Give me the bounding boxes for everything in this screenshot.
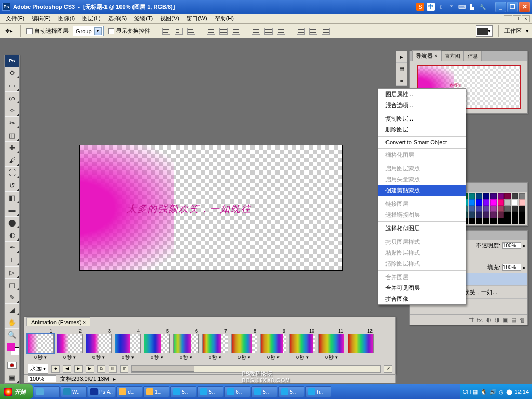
animation-frame[interactable]: 50 秒 ▾ bbox=[144, 328, 170, 361]
taskbar-button[interactable]: h.. bbox=[305, 386, 331, 397]
weather-icon[interactable]: ° bbox=[447, 3, 456, 11]
menu-file[interactable]: 文件(F) bbox=[2, 14, 28, 23]
marquee-tool[interactable]: ▭ bbox=[5, 79, 19, 91]
swatch[interactable] bbox=[498, 218, 504, 224]
distribute-4-icon[interactable] bbox=[297, 28, 305, 35]
swatch[interactable] bbox=[504, 193, 511, 200]
menu-view[interactable]: 视图(V) bbox=[156, 14, 183, 23]
taskbar-button[interactable]: 5.. bbox=[278, 386, 304, 397]
blur-tool[interactable]: ⬤ bbox=[5, 216, 19, 229]
animation-frame[interactable]: 40 秒 ▾ bbox=[115, 328, 141, 361]
animation-frame[interactable]: 20 秒 ▾ bbox=[57, 328, 83, 361]
link-icon[interactable]: ⮆ bbox=[468, 317, 474, 323]
shape-tool[interactable]: ▢ bbox=[5, 278, 19, 291]
context-menu-item[interactable]: 图层属性... bbox=[378, 89, 466, 100]
menu-window[interactable]: 窗口(W) bbox=[183, 14, 211, 23]
swatch[interactable] bbox=[504, 206, 511, 212]
tray-icon[interactable]: 🐧 bbox=[480, 389, 487, 395]
pen-tool[interactable]: ✒ bbox=[5, 241, 19, 254]
distribute-3-icon[interactable] bbox=[277, 28, 285, 35]
menu-help[interactable]: 帮助(H) bbox=[211, 14, 237, 23]
swatch[interactable] bbox=[512, 212, 518, 218]
context-menu-item[interactable]: 合并可见图层 bbox=[378, 283, 466, 294]
swatch[interactable] bbox=[498, 193, 504, 200]
distribute-6-icon[interactable] bbox=[322, 28, 330, 35]
menu-edit[interactable]: 编辑(E) bbox=[28, 14, 55, 23]
first-frame-button[interactable]: ⏮ bbox=[51, 365, 60, 373]
swatch[interactable] bbox=[483, 212, 489, 218]
swatch[interactable] bbox=[519, 218, 525, 224]
swatch[interactable] bbox=[469, 218, 475, 224]
sogou-icon[interactable]: S bbox=[416, 3, 424, 11]
eyedropper-tool[interactable]: ◢ bbox=[5, 303, 19, 316]
swatch[interactable] bbox=[476, 206, 482, 212]
loop-select[interactable]: 永远 ▾ bbox=[28, 364, 48, 374]
brush-tool[interactable]: 🖌 bbox=[5, 154, 19, 166]
animation-frame[interactable]: 70 秒 ▾ bbox=[202, 328, 228, 361]
tab-close-icon[interactable]: × bbox=[434, 52, 437, 59]
taskbar-button[interactable]: W.. bbox=[61, 386, 87, 397]
swatch[interactable] bbox=[476, 212, 482, 218]
hand-tool[interactable]: ✋ bbox=[5, 316, 19, 328]
collapsed-panel-icon[interactable]: ▤ bbox=[396, 63, 407, 74]
swatch[interactable] bbox=[483, 193, 489, 200]
context-menu-item[interactable]: 混合选项... bbox=[378, 100, 466, 111]
eraser-tool[interactable]: ◧ bbox=[5, 191, 19, 204]
animation-frame[interactable]: 60 秒 ▾ bbox=[173, 328, 199, 361]
swatch[interactable] bbox=[512, 193, 518, 200]
tween-button[interactable]: ⧉ bbox=[97, 365, 105, 373]
taskbar-button[interactable]: 5.. bbox=[197, 386, 223, 397]
swatch[interactable] bbox=[490, 206, 497, 212]
ime-indicator[interactable]: CH bbox=[463, 389, 471, 395]
lasso-tool[interactable]: ᔕ bbox=[5, 91, 19, 104]
align-hcenter-icon[interactable] bbox=[219, 28, 228, 35]
notes-tool[interactable]: ✎ bbox=[5, 291, 19, 303]
swatch[interactable] bbox=[476, 218, 482, 224]
zoom-tool[interactable]: 🔍 bbox=[5, 328, 19, 341]
quickmask-toggle[interactable] bbox=[5, 360, 19, 371]
taskbar-button[interactable] bbox=[34, 386, 60, 397]
move-tool[interactable]: ✥ bbox=[5, 66, 19, 79]
collapsed-panel-icon[interactable]: ≡ bbox=[396, 74, 407, 86]
swatch[interactable] bbox=[490, 193, 497, 200]
context-menu-item[interactable]: 拼合图像 bbox=[378, 294, 466, 304]
show-transform-checkbox[interactable]: 显示变换控件 bbox=[108, 27, 150, 35]
taskbar-button[interactable]: Ps A.. bbox=[88, 386, 115, 397]
mdi-close[interactable]: × bbox=[522, 15, 530, 22]
swatch[interactable] bbox=[490, 200, 497, 206]
distribute-1-icon[interactable] bbox=[252, 28, 260, 35]
crop-tool[interactable]: ✂ bbox=[5, 116, 19, 129]
swatch[interactable] bbox=[490, 212, 497, 218]
stamp-tool[interactable]: ⛶ bbox=[5, 166, 19, 179]
animation-frame[interactable]: 100 秒 ▾ bbox=[289, 328, 315, 361]
maximize-button[interactable]: ❐ bbox=[507, 2, 518, 12]
move-tool-icon[interactable]: ✥▸ bbox=[3, 25, 15, 37]
animation-frame[interactable]: 12 bbox=[348, 328, 374, 354]
tab-histogram[interactable]: 直方图 bbox=[441, 51, 464, 61]
mdi-minimize[interactable]: _ bbox=[504, 15, 512, 22]
user-icon[interactable]: ▙ bbox=[468, 3, 476, 11]
distribute-5-icon[interactable] bbox=[309, 28, 317, 35]
swatch[interactable] bbox=[490, 218, 497, 224]
swatch[interactable] bbox=[519, 193, 525, 200]
tray-icon[interactable]: ▦ bbox=[473, 389, 478, 395]
minimize-button[interactable]: _ bbox=[495, 2, 506, 12]
swatch[interactable] bbox=[498, 200, 504, 206]
heal-tool[interactable]: ✚ bbox=[5, 141, 19, 154]
document-canvas[interactable]: 太多的强颜欢笑，一如既往 bbox=[80, 145, 342, 270]
next-frame-button[interactable]: ▶ bbox=[86, 365, 94, 373]
animation-frame[interactable]: 90 秒 ▾ bbox=[260, 328, 286, 361]
collapsed-panel-expand[interactable]: ▸ bbox=[396, 51, 407, 63]
align-right-icon[interactable] bbox=[232, 28, 240, 35]
keyboard-icon[interactable]: ⌨ bbox=[458, 3, 466, 11]
context-menu-item[interactable]: 创建剪贴蒙版 bbox=[378, 185, 466, 196]
swatch[interactable] bbox=[498, 206, 504, 212]
ime-icon[interactable]: 中 bbox=[427, 3, 435, 11]
context-menu-item[interactable]: 选择相似图层 bbox=[378, 223, 466, 234]
taskbar-button[interactable]: 5.. bbox=[251, 386, 277, 397]
swatch[interactable] bbox=[512, 218, 518, 224]
auto-select-checkbox[interactable]: 自动选择图层 bbox=[26, 27, 69, 35]
align-left-icon[interactable] bbox=[207, 28, 215, 35]
play-button[interactable]: ▶ bbox=[74, 365, 83, 373]
taskbar-button[interactable]: 5.. bbox=[170, 386, 196, 397]
